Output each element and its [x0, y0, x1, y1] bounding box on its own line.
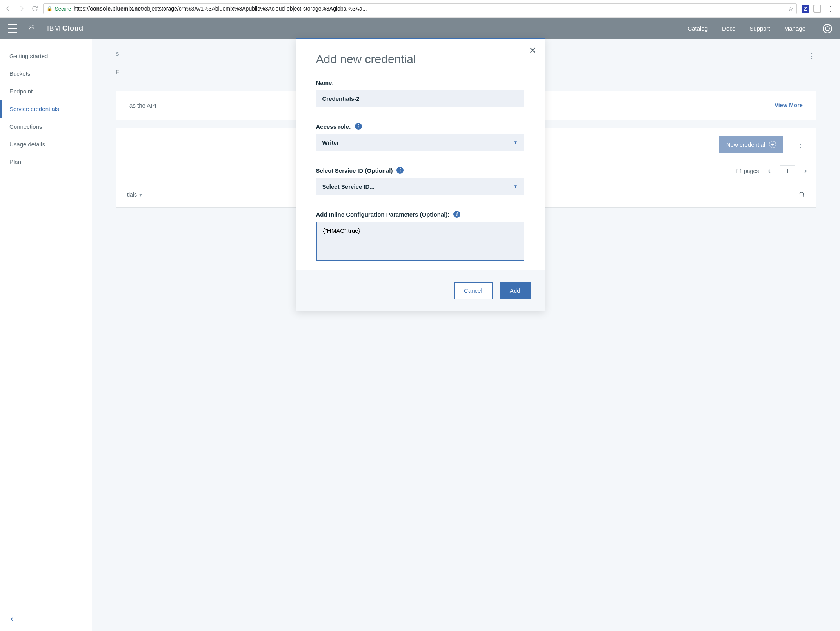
info-icon[interactable]: i: [355, 123, 362, 130]
sidebar-item-service-credentials[interactable]: Service credentials: [0, 100, 92, 118]
browser-menu-icon[interactable]: ⋮: [825, 4, 835, 13]
page-actions-icon[interactable]: ⋮: [808, 51, 816, 60]
chevron-down-icon: ▾: [139, 191, 142, 198]
info-icon[interactable]: i: [396, 167, 404, 174]
reload-icon[interactable]: [31, 5, 38, 12]
user-avatar-icon[interactable]: [823, 24, 832, 33]
address-bar[interactable]: 🔒 Secure https://console.bluemix.net/obj…: [43, 3, 797, 14]
nav-catalog[interactable]: Catalog: [687, 25, 708, 32]
pager-text: f 1 pages: [736, 168, 759, 174]
sidebar-item-connections[interactable]: Connections: [0, 118, 92, 135]
trash-icon[interactable]: [798, 191, 805, 199]
new-credential-label: New credential: [726, 141, 765, 148]
new-credential-button[interactable]: New credential +: [719, 136, 783, 153]
extension-z-icon[interactable]: Z: [802, 5, 809, 13]
service-id-select[interactable]: Select Service ID... ▼: [316, 178, 524, 195]
access-role-value: Writer: [322, 139, 339, 146]
brand-text: IBM Cloud: [47, 24, 84, 33]
sidebar-item-plan[interactable]: Plan: [0, 153, 92, 171]
nav-docs[interactable]: Docs: [722, 25, 735, 32]
add-credential-modal: ✕ Add new credential Name: Access role: …: [296, 38, 545, 311]
secure-label: Secure: [55, 6, 71, 12]
access-role-label: Access role: i: [316, 123, 524, 130]
plus-icon: +: [769, 141, 776, 148]
lock-icon: 🔒: [47, 6, 53, 11]
modal-footer: Cancel Add: [296, 270, 545, 311]
nav-support[interactable]: Support: [749, 25, 770, 32]
sidebar-collapse-icon[interactable]: [0, 609, 92, 631]
info-card-text: as the API: [129, 102, 156, 109]
forward-icon[interactable]: [18, 5, 25, 12]
back-icon[interactable]: [5, 5, 12, 12]
sidebar-item-usage-details[interactable]: Usage details: [0, 135, 92, 153]
sidebar-item-endpoint[interactable]: Endpoint: [0, 82, 92, 100]
inline-config-label: Add Inline Configuration Parameters (Opt…: [316, 211, 524, 218]
top-nav: IBM Cloud Catalog Docs Support Manage: [0, 18, 840, 39]
extension-placeholder-icon[interactable]: [813, 5, 821, 13]
url-text: https://console.bluemix.net/objectstorag…: [73, 5, 367, 12]
sidebar-item-getting-started[interactable]: Getting started: [0, 47, 92, 65]
info-icon[interactable]: i: [453, 211, 460, 218]
pager-current[interactable]: 1: [780, 165, 795, 177]
credential-row-label: tials: [127, 191, 137, 198]
service-id-value: Select Service ID...: [322, 183, 375, 190]
nav-manage[interactable]: Manage: [784, 25, 805, 32]
name-label: Name:: [316, 79, 524, 86]
service-id-label: Select Service ID (Optional) i: [316, 167, 524, 174]
add-button[interactable]: Add: [500, 282, 531, 299]
sidebar-item-buckets[interactable]: Buckets: [0, 65, 92, 82]
access-role-select[interactable]: Writer ▼: [316, 134, 524, 151]
inline-config-textarea[interactable]: [316, 222, 524, 261]
pager-prev-icon[interactable]: [767, 168, 772, 174]
caret-down-icon: ▼: [513, 140, 518, 145]
view-more-link[interactable]: View More: [775, 102, 803, 108]
caret-down-icon: ▼: [513, 184, 518, 189]
modal-title: Add new credential: [316, 53, 524, 66]
bookmark-star-icon[interactable]: ☆: [788, 5, 793, 12]
card-actions-icon[interactable]: ⋮: [796, 140, 805, 149]
menu-icon[interactable]: [8, 24, 17, 33]
ibm-cloud-logo-icon: [27, 24, 38, 33]
sidebar: Getting started Buckets Endpoint Service…: [0, 39, 92, 631]
breadcrumb-fragment: S: [116, 51, 119, 57]
name-input[interactable]: [316, 90, 524, 107]
close-icon[interactable]: ✕: [529, 46, 536, 56]
browser-chrome: 🔒 Secure https://console.bluemix.net/obj…: [0, 0, 840, 18]
cancel-button[interactable]: Cancel: [454, 282, 493, 299]
pager-next-icon[interactable]: [803, 168, 808, 174]
